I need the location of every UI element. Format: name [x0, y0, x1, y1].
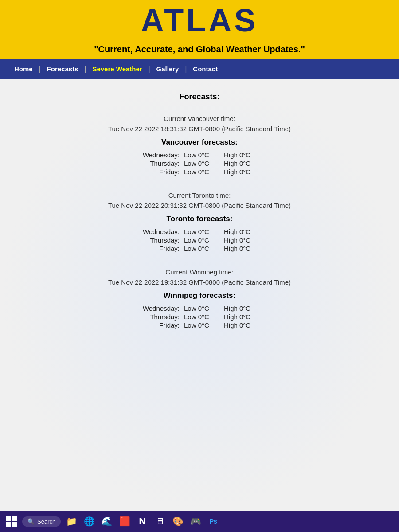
forecast-high-0-2: High 0°C	[224, 168, 259, 176]
city-section-0: Current Vancouver time:Tue Nov 22 2022 1…	[9, 115, 390, 178]
taskbar-paint[interactable]: 🎨	[171, 514, 185, 528]
forecast-day-1-2: Friday:	[140, 245, 180, 252]
taskbar-files[interactable]: 📁	[64, 514, 78, 528]
page-title: Forecasts:	[9, 92, 390, 102]
city-time-label-1: Current Toronto time:	[9, 192, 390, 199]
nav-severe-weather[interactable]: Severe Weather	[87, 63, 147, 74]
forecast-grid-2: Wednesday:Low 0°CHigh 0°CThursday:Low 0°…	[140, 305, 259, 329]
site-title: ATLAS	[0, 4, 399, 36]
table-row: Friday:Low 0°CHigh 0°C	[140, 168, 259, 176]
forecast-day-0-0: Wednesday:	[140, 151, 180, 159]
city-time-label-2: Current Winnipeg time:	[9, 268, 390, 276]
main-content: Forecasts: Current Vancouver time:Tue No…	[0, 79, 399, 511]
taskbar-monitor[interactable]: 🖥	[153, 514, 167, 528]
forecast-high-2-0: High 0°C	[224, 305, 259, 312]
forecast-low-2-2: Low 0°C	[184, 321, 219, 329]
navbar: Home | Forecasts | Severe Weather | Gall…	[0, 59, 399, 79]
nav-sep-2: |	[83, 65, 87, 73]
table-row: Thursday:Low 0°CHigh 0°C	[140, 160, 259, 167]
forecast-high-0-0: High 0°C	[224, 151, 259, 159]
paint-icon: 🎨	[172, 516, 184, 527]
taskbar-photoshop[interactable]: Ps	[206, 514, 220, 528]
table-row: Friday:Low 0°CHigh 0°C	[140, 321, 259, 329]
forecast-high-1-2: High 0°C	[224, 245, 259, 252]
taskbar-chrome[interactable]: 🌐	[82, 514, 96, 528]
table-row: Thursday:Low 0°CHigh 0°C	[140, 313, 259, 321]
xbox-icon: 🎮	[190, 516, 201, 527]
forecast-high-1-1: High 0°C	[224, 236, 259, 244]
forecast-high-2-1: High 0°C	[224, 313, 259, 321]
forecast-day-1-1: Thursday:	[140, 236, 180, 244]
search-label: Search	[37, 518, 55, 525]
city-timestamp-2: Tue Nov 22 2022 19:31:32 GMT-0800 (Pacif…	[9, 278, 390, 286]
table-row: Wednesday:Low 0°CHigh 0°C	[140, 228, 259, 235]
nav-forecasts[interactable]: Forecasts	[42, 63, 84, 74]
nav-sep-4: |	[184, 65, 188, 73]
photoshop-icon: Ps	[210, 518, 217, 525]
forecast-low-0-1: Low 0°C	[184, 160, 219, 167]
city-timestamp-0: Tue Nov 22 2022 18:31:32 GMT-0800 (Pacif…	[9, 125, 390, 133]
nav-gallery[interactable]: Gallery	[151, 63, 184, 74]
table-row: Thursday:Low 0°CHigh 0°C	[140, 236, 259, 244]
forecast-grid-1: Wednesday:Low 0°CHigh 0°CThursday:Low 0°…	[140, 228, 259, 252]
city-section-1: Current Toronto time:Tue Nov 22 2022 20:…	[9, 192, 390, 255]
header-banner: ATLAS	[0, 0, 399, 42]
monitor-icon: 🖥	[156, 516, 164, 527]
notepad-icon: N	[139, 516, 146, 527]
forecast-day-0-1: Thursday:	[140, 160, 180, 167]
forecast-grid-0: Wednesday:Low 0°CHigh 0°CThursday:Low 0°…	[140, 151, 259, 176]
cities-container: Current Vancouver time:Tue Nov 22 2022 1…	[9, 115, 390, 332]
forecast-high-1-0: High 0°C	[224, 228, 259, 235]
files-icon: 📁	[66, 516, 77, 527]
forecast-high-2-2: High 0°C	[224, 321, 259, 329]
nav-sep-3: |	[148, 65, 151, 73]
red-app-icon: 🟥	[119, 516, 130, 527]
nav-home[interactable]: Home	[9, 63, 38, 74]
table-row: Wednesday:Low 0°CHigh 0°C	[140, 305, 259, 312]
taskbar: 🔍 Search 📁 🌐 🌊 🟥 N 🖥 🎨 🎮 Ps	[0, 511, 399, 532]
city-timestamp-1: Tue Nov 22 2022 20:31:32 GMT-0800 (Pacif…	[9, 202, 390, 209]
city-time-label-0: Current Vancouver time:	[9, 115, 390, 122]
city-section-2: Current Winnipeg time:Tue Nov 22 2022 19…	[9, 268, 390, 332]
windows-start-button[interactable]	[4, 514, 19, 528]
city-forecast-title-2: Winnipeg forecasts:	[9, 291, 390, 300]
forecast-low-2-0: Low 0°C	[184, 305, 219, 312]
city-forecast-title-0: Vancouver forecasts:	[9, 138, 390, 147]
forecast-day-0-2: Friday:	[140, 168, 180, 176]
header-subtitle: "Current, Accurate, and Global Weather U…	[0, 42, 399, 59]
taskbar-edge[interactable]: 🌊	[100, 514, 114, 528]
taskbar-xbox[interactable]: 🎮	[188, 514, 203, 528]
forecast-low-0-2: Low 0°C	[184, 168, 219, 176]
forecast-low-1-2: Low 0°C	[184, 245, 219, 252]
forecast-day-2-0: Wednesday:	[140, 305, 180, 312]
forecast-high-0-1: High 0°C	[224, 160, 259, 167]
table-row: Wednesday:Low 0°CHigh 0°C	[140, 151, 259, 159]
forecast-low-2-1: Low 0°C	[184, 313, 219, 321]
forecast-day-1-0: Wednesday:	[140, 228, 180, 235]
forecast-low-0-0: Low 0°C	[184, 151, 219, 159]
search-icon: 🔍	[27, 518, 35, 525]
taskbar-search-bar[interactable]: 🔍 Search	[22, 516, 61, 527]
chrome-icon: 🌐	[84, 516, 95, 527]
taskbar-notepad[interactable]: N	[135, 514, 149, 528]
edge-icon: 🌊	[102, 516, 113, 527]
table-row: Friday:Low 0°CHigh 0°C	[140, 245, 259, 252]
forecast-day-2-1: Thursday:	[140, 313, 180, 321]
city-forecast-title-1: Toronto forecasts:	[9, 215, 390, 223]
nav-sep-1: |	[38, 65, 42, 73]
forecast-day-2-2: Friday:	[140, 321, 180, 329]
nav-contact[interactable]: Contact	[188, 63, 223, 74]
forecast-low-1-0: Low 0°C	[184, 228, 219, 235]
taskbar-app-red[interactable]: 🟥	[117, 514, 132, 528]
forecast-low-1-1: Low 0°C	[184, 236, 219, 244]
